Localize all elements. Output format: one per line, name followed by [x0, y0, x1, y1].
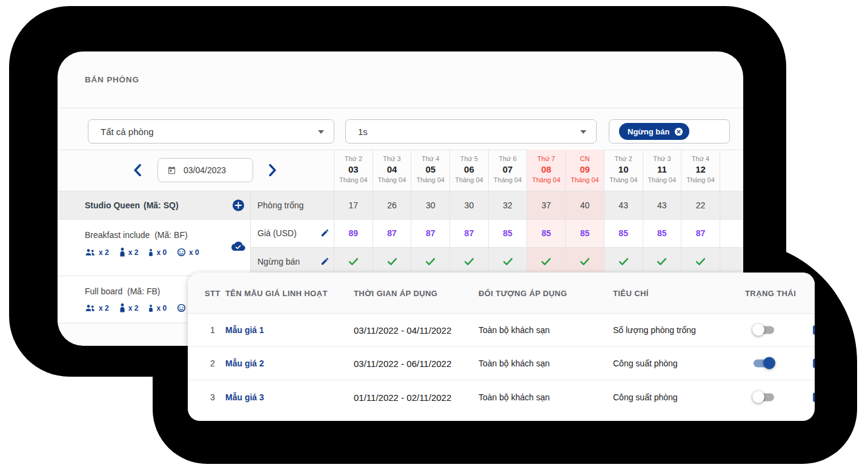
- cloud-sync-icon[interactable]: [231, 241, 245, 251]
- occupancy-count: x 2: [128, 304, 139, 312]
- next-week-button[interactable]: [267, 164, 279, 177]
- room-type-name: Studio Queen (Mã: SQ): [85, 191, 179, 219]
- occupancy-item: x 0: [177, 248, 199, 257]
- apply-target: Toàn bộ khách sạn: [479, 392, 550, 402]
- rate-template-link[interactable]: Mẫu giá 2: [225, 359, 264, 368]
- price-cell: 85: [566, 219, 605, 247]
- availability-cell: 30: [411, 191, 450, 219]
- room-type-code: (Mã: SQ): [144, 200, 179, 210]
- rate-template-link[interactable]: Mẫu giá 1: [225, 325, 264, 335]
- availability-cell: 26: [373, 191, 412, 219]
- edit-price-icon[interactable]: [320, 228, 330, 238]
- check-icon: [580, 257, 590, 266]
- divider: [58, 191, 743, 191]
- availability-row: Studio Queen (Mã: SQ) Phòng trống 172630…: [58, 191, 743, 219]
- occupancy-item: x 0: [148, 248, 167, 257]
- status-toggle[interactable]: [752, 324, 775, 337]
- check-icon: [618, 257, 629, 266]
- col-apply-period: THỜI GIAN ÁP DỤNG: [354, 288, 437, 297]
- check-icon: [387, 257, 397, 266]
- adult-icon: [119, 248, 125, 257]
- price-cell: 89: [334, 219, 373, 247]
- col-criteria: TIÊU CHÍ: [613, 288, 649, 297]
- stop-sell-cell: [681, 247, 720, 276]
- rate-plan-name: Full board (Mã: FB): [85, 286, 161, 296]
- child-icon: [148, 305, 153, 312]
- availability-cell: 43: [643, 191, 682, 219]
- calendar-nav: 03/04/2023: [58, 150, 333, 191]
- day-column-header: Thứ 311Tháng 04: [643, 150, 682, 191]
- date-input[interactable]: 03/04/2023: [157, 158, 253, 182]
- occupancy-row: x 2x 2x 0x 0: [85, 303, 199, 312]
- occupancy-count: x 2: [99, 304, 109, 312]
- child-icon: [148, 249, 153, 256]
- price-cell: 85: [643, 219, 682, 247]
- stop-sell-cell: [643, 247, 682, 276]
- availability-cell: 32: [489, 191, 528, 219]
- occupancy-item: x 2: [85, 248, 109, 257]
- col-apply-target: ĐỐI TƯỢNG ÁP DỤNG: [479, 288, 567, 297]
- availability-cell: 37: [527, 191, 566, 219]
- availability-cell: 30: [450, 191, 489, 219]
- day-column-header: Thứ 607Tháng 04: [489, 150, 528, 191]
- status-toggle[interactable]: [752, 391, 775, 403]
- status-toggle[interactable]: [752, 357, 775, 370]
- row-index: 1: [205, 325, 220, 335]
- stop-sell-row-label: Ngừng bán: [257, 247, 300, 276]
- stop-sell-cell: [450, 247, 489, 276]
- calendar-icon: [167, 166, 176, 175]
- rate-template-row: 3Mẫu giá 301/11/2022 - 02/11/2022Toàn bộ…: [188, 380, 815, 414]
- check-icon: [425, 257, 436, 266]
- duration-filter-select[interactable]: 1s: [345, 119, 597, 144]
- flexible-rate-templates-panel: STTTÊN MẪU GIÁ LINH HOẠTTHỜI GIAN ÁP DỤN…: [188, 273, 815, 421]
- infant-icon: [177, 248, 186, 257]
- availability-cell: 17: [334, 191, 373, 219]
- divider: [58, 219, 743, 220]
- row-index: 2: [205, 359, 220, 368]
- clipped-action-icon: [813, 359, 815, 368]
- stop-sell-cell: [411, 247, 450, 276]
- chevron-down-icon: [318, 130, 324, 134]
- check-icon: [695, 257, 706, 266]
- circle-x-icon[interactable]: [674, 127, 683, 136]
- occupancy-count: x 0: [156, 248, 167, 257]
- stop-sell-cell: [605, 247, 643, 276]
- occupancy-count: x 2: [99, 248, 109, 257]
- rate-plan-cell: Breakfast include (Mã: BF) x 2x 2x 0x 0: [58, 219, 250, 276]
- criteria: Công suất phòng: [613, 392, 678, 402]
- stop-sell-cell: [334, 247, 373, 276]
- divider: [334, 150, 334, 276]
- expand-room-button[interactable]: [232, 199, 245, 211]
- col-stt: STT: [205, 288, 220, 297]
- toggle-knob: [752, 324, 764, 336]
- apply-target: Toàn bộ khách sạn: [479, 359, 550, 368]
- edit-stop-sell-icon[interactable]: [320, 257, 330, 266]
- occupancy-item: x 2: [85, 304, 109, 312]
- price-cell: 87: [411, 219, 450, 247]
- availability-cell: 40: [566, 191, 605, 219]
- occupancy-count: x 0: [156, 304, 167, 312]
- rate-plan-code: (Mã: FB): [127, 286, 160, 296]
- stop-sell-cell: [489, 247, 528, 276]
- availability-cell: 43: [605, 191, 643, 219]
- rate-template-link[interactable]: Mẫu giá 3: [225, 392, 264, 402]
- status-filter-select[interactable]: Ngừng bán: [609, 119, 730, 144]
- prev-week-button[interactable]: [131, 164, 144, 177]
- check-icon: [503, 257, 513, 266]
- room-filter-select[interactable]: Tất cả phòng: [88, 119, 334, 144]
- day-column-header: Thứ 708Tháng 04: [527, 150, 566, 191]
- day-column-header: Thứ 412Tháng 04: [681, 150, 720, 191]
- check-icon: [348, 257, 359, 266]
- check-icon: [464, 257, 474, 266]
- adult-icon: [119, 303, 125, 312]
- occupancy-item: x 2: [119, 248, 139, 257]
- divider: [250, 247, 743, 248]
- stop-sell-chip[interactable]: Ngừng bán: [619, 123, 689, 140]
- price-row-label: Giá (USD): [257, 219, 297, 247]
- availability-row-label: Phòng trống: [257, 191, 303, 219]
- occupancy-item: x 0: [148, 304, 167, 312]
- price-cell: 87: [681, 219, 720, 247]
- toggle-knob: [763, 357, 775, 369]
- stop-sell-chip-label: Ngừng bán: [628, 127, 669, 136]
- price-cell: 85: [605, 219, 643, 247]
